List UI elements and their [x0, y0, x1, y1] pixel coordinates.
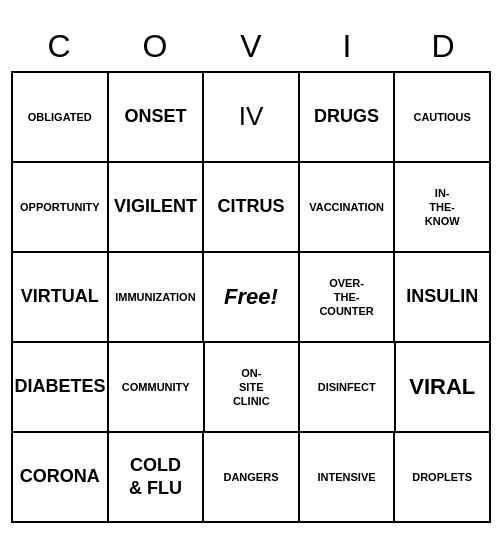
- cell-text: IV: [239, 100, 264, 134]
- cell-text: ON- SITE CLINIC: [233, 366, 270, 409]
- cell-text: OPPORTUNITY: [20, 200, 99, 214]
- cell-text: COMMUNITY: [122, 380, 190, 394]
- bingo-cell: OPPORTUNITY: [13, 163, 109, 253]
- grid-row: OPPORTUNITYVIGILENTCITRUSVACCINATIONIN- …: [13, 163, 491, 253]
- cell-text: INSULIN: [406, 285, 478, 308]
- cell-text: IMMUNIZATION: [115, 290, 195, 304]
- cell-text: DIABETES: [15, 375, 106, 398]
- cell-text: VACCINATION: [309, 200, 384, 214]
- bingo-cell: VIGILENT: [109, 163, 205, 253]
- grid-row: CORONACOLD & FLUDANGERSINTENSIVEDROPLETS: [13, 433, 491, 523]
- bingo-cell: IMMUNIZATION: [109, 253, 205, 343]
- cell-text: CITRUS: [217, 195, 284, 218]
- grid-row: DIABETESCOMMUNITYON- SITE CLINICDISINFEC…: [13, 343, 491, 433]
- bingo-cell: COMMUNITY: [109, 343, 205, 433]
- grid-row: OBLIGATEDONSETIVDRUGSCAUTIOUS: [13, 73, 491, 163]
- cell-text: OBLIGATED: [28, 110, 92, 124]
- bingo-card: COVID OBLIGATEDONSETIVDRUGSCAUTIOUSOPPOR…: [11, 21, 491, 523]
- cell-text: ONSET: [124, 105, 186, 128]
- bingo-cell: VIRAL: [396, 343, 492, 433]
- bingo-cell: OVER- THE- COUNTER: [300, 253, 396, 343]
- bingo-cell: DROPLETS: [395, 433, 491, 523]
- header-letter: V: [203, 21, 299, 71]
- bingo-cell: DIABETES: [13, 343, 109, 433]
- cell-text: CAUTIOUS: [413, 110, 470, 124]
- bingo-cell: CITRUS: [204, 163, 300, 253]
- bingo-cell: IV: [204, 73, 300, 163]
- cell-text: DANGERS: [223, 470, 278, 484]
- cell-text: VIRAL: [409, 373, 475, 402]
- header-letter: C: [11, 21, 107, 71]
- cell-text: OVER- THE- COUNTER: [319, 276, 373, 319]
- bingo-cell: DISINFECT: [300, 343, 396, 433]
- bingo-cell: VIRTUAL: [13, 253, 109, 343]
- bingo-cell: IN- THE- KNOW: [395, 163, 491, 253]
- bingo-cell: CAUTIOUS: [395, 73, 491, 163]
- header-letter: D: [395, 21, 491, 71]
- bingo-cell: COLD & FLU: [109, 433, 205, 523]
- cell-text: VIRTUAL: [21, 285, 99, 308]
- bingo-cell: INTENSIVE: [300, 433, 396, 523]
- header-letter: I: [299, 21, 395, 71]
- bingo-cell: ONSET: [109, 73, 205, 163]
- bingo-cell: VACCINATION: [300, 163, 396, 253]
- header-row: COVID: [11, 21, 491, 71]
- bingo-cell: DRUGS: [300, 73, 396, 163]
- cell-text: DISINFECT: [318, 380, 376, 394]
- bingo-cell: ON- SITE CLINIC: [205, 343, 301, 433]
- header-letter: O: [107, 21, 203, 71]
- cell-text: INTENSIVE: [318, 470, 376, 484]
- cell-text: DROPLETS: [412, 470, 472, 484]
- cell-text: COLD & FLU: [129, 454, 182, 501]
- bingo-cell: Free!: [204, 253, 300, 343]
- grid-row: VIRTUALIMMUNIZATIONFree!OVER- THE- COUNT…: [13, 253, 491, 343]
- bingo-cell: DANGERS: [204, 433, 300, 523]
- cell-text: IN- THE- KNOW: [425, 186, 460, 229]
- bingo-cell: CORONA: [13, 433, 109, 523]
- cell-text: Free!: [224, 283, 278, 312]
- bingo-cell: INSULIN: [395, 253, 491, 343]
- bingo-grid: OBLIGATEDONSETIVDRUGSCAUTIOUSOPPORTUNITY…: [11, 71, 491, 523]
- cell-text: VIGILENT: [114, 195, 197, 218]
- bingo-cell: OBLIGATED: [13, 73, 109, 163]
- cell-text: CORONA: [20, 465, 100, 488]
- cell-text: DRUGS: [314, 105, 379, 128]
